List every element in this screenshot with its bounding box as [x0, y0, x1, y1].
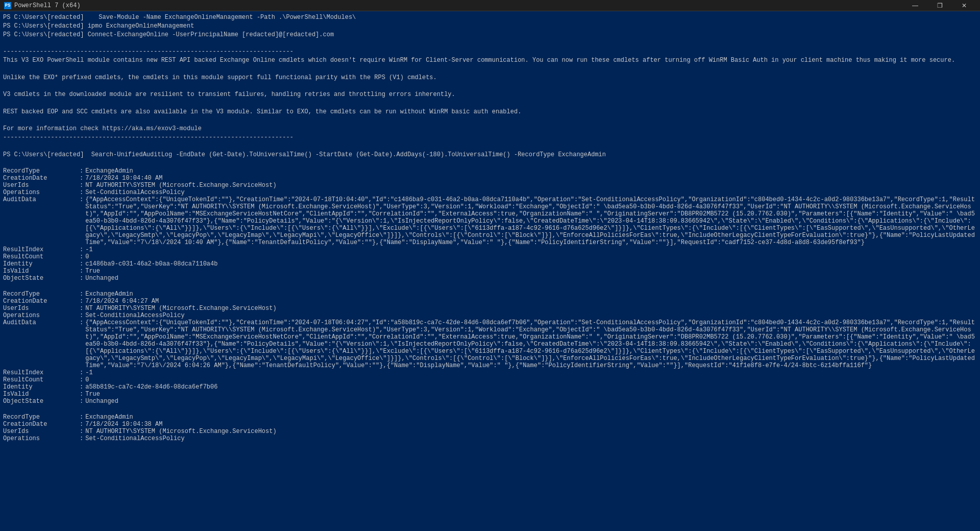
- field-key: ResultCount: [3, 253, 80, 260]
- empty-line: [3, 142, 977, 151]
- close-button[interactable]: ✕: [952, 0, 976, 11]
- field-value: c1486ba9-c031-46a2-b0aa-08dca7110a4b: [85, 260, 217, 268]
- field-value: Unchanged: [85, 398, 118, 405]
- field-key: CreationDate: [3, 421, 80, 428]
- field-key: UserIds: [3, 305, 80, 312]
- field-colon: :: [80, 260, 83, 268]
- field-value: {"AppAccessContext":{"UniqueTokenId":""}…: [85, 196, 977, 246]
- field-colon: :: [80, 376, 83, 383]
- info-line: V3 cmdlets in the downloaded module are …: [3, 90, 977, 99]
- field-value: 7/18/2024 10:04:40 AM: [85, 175, 162, 182]
- field-colon: :: [80, 421, 83, 428]
- field-value: 0: [85, 376, 89, 383]
- field-value: ExchangeAdmin: [85, 167, 133, 175]
- empty-line: [3, 99, 977, 108]
- field-row: Operations : Set-ConditionalAccessPolicy: [3, 189, 977, 196]
- field-value: a58b819c-ca7c-42de-84d6-08dca6ef7b06: [85, 383, 217, 391]
- field-colon: :: [80, 383, 83, 391]
- field-colon: :: [80, 298, 83, 305]
- field-colon: :: [80, 414, 83, 421]
- field-key: Operations: [3, 312, 80, 319]
- prompt-line: PS C:\Users\[redacted] Connect-ExchangeO…: [3, 31, 977, 39]
- empty-line: [3, 39, 977, 47]
- field-key: ResultCount: [3, 376, 80, 383]
- field-row: ObjectState : Unchanged: [3, 398, 977, 405]
- field-colon: :: [80, 253, 83, 260]
- field-row: Identity : a58b819c-ca7c-42de-84d6-08dca…: [3, 383, 977, 391]
- field-colon: :: [80, 435, 83, 442]
- field-key: RecordType: [3, 167, 80, 175]
- field-value: True: [85, 268, 100, 275]
- field-colon: :: [80, 291, 83, 298]
- field-key: RecordType: [3, 291, 80, 298]
- field-colon: :: [80, 196, 83, 246]
- separator-line: ----------------------------------------…: [3, 133, 977, 142]
- field-row: ResultCount : 0: [3, 376, 977, 383]
- field-key: Operations: [3, 435, 80, 442]
- field-key: Identity: [3, 260, 80, 268]
- field-value: ExchangeAdmin: [85, 414, 133, 421]
- minimize-button[interactable]: —: [903, 0, 927, 11]
- field-key: RecordType: [3, 414, 80, 421]
- field-row: RecordType : ExchangeAdmin: [3, 291, 977, 298]
- info-line: For more information check https://aka.m…: [3, 125, 977, 133]
- field-row: CreationDate : 7/18/2024 10:04:38 AM: [3, 421, 977, 428]
- field-colon: :: [80, 369, 83, 376]
- field-row: ObjectState : Unchanged: [3, 275, 977, 282]
- field-row: AuditData : {"AppAccessContext":{"Unique…: [3, 196, 977, 246]
- field-key: ResultIndex: [3, 246, 80, 253]
- title-bar: PS PowerShell 7 (x64) — ❐ ✕: [0, 0, 980, 11]
- powershell-icon: PS: [4, 2, 11, 9]
- empty-line: [3, 65, 977, 74]
- field-key: ResultIndex: [3, 369, 80, 376]
- field-colon: :: [80, 246, 83, 253]
- field-row: Identity : c1486ba9-c031-46a2-b0aa-08dca…: [3, 260, 977, 268]
- field-value: {"AppAccessContext":{"UniqueTokenId":""}…: [85, 319, 977, 369]
- field-row: ResultIndex : -1: [3, 246, 977, 253]
- field-colon: :: [80, 189, 83, 196]
- field-key: UserIds: [3, 182, 80, 189]
- field-key: Identity: [3, 383, 80, 391]
- title-bar-left: PS PowerShell 7 (x64): [4, 2, 81, 9]
- info-line: REST backed EOP and SCC cmdlets are also…: [3, 108, 977, 116]
- info-line: Unlike the EXO* prefixed cmdlets, the cm…: [3, 74, 977, 82]
- field-colon: :: [80, 167, 83, 175]
- info-line: This V3 EXO PowerShell module contains n…: [3, 56, 977, 65]
- separator-line: ----------------------------------------…: [3, 47, 977, 56]
- field-colon: :: [80, 312, 83, 319]
- field-value: Set-ConditionalAccessPolicy: [85, 189, 184, 196]
- field-row: ResultCount : 0: [3, 253, 977, 260]
- field-key: UserIds: [3, 428, 80, 435]
- terminal[interactable]: PS C:\Users\[redacted] Save-Module -Name…: [0, 11, 980, 531]
- prompt-line: PS C:\Users\[redacted] ipmo ExchangeOnli…: [3, 22, 977, 31]
- field-key: Operations: [3, 189, 80, 196]
- field-key: IsValid: [3, 268, 80, 275]
- empty-line: [3, 159, 977, 168]
- field-key: CreationDate: [3, 175, 80, 182]
- field-key: ObjectState: [3, 275, 80, 282]
- field-value: NT AUTHORITY\SYSTEM (Microsoft.Exchange.…: [85, 182, 276, 189]
- field-value: ExchangeAdmin: [85, 291, 133, 298]
- field-row: CreationDate : 7/18/2024 10:04:40 AM: [3, 175, 977, 182]
- field-colon: :: [80, 305, 83, 312]
- title-bar-controls[interactable]: — ❐ ✕: [903, 0, 976, 11]
- window-title: PowerShell 7 (x64): [14, 2, 81, 9]
- field-colon: :: [80, 398, 83, 405]
- prompt-line: PS C:\Users\[redacted] Search-UnifiedAud…: [3, 151, 977, 159]
- field-key: ObjectState: [3, 398, 80, 405]
- field-value: NT AUTHORITY\SYSTEM (Microsoft.Exchange.…: [85, 305, 276, 312]
- field-row: Operations : Set-ConditionalAccessPolicy: [3, 435, 977, 442]
- field-colon: :: [80, 391, 83, 398]
- field-value: -1: [85, 369, 92, 376]
- field-key: AuditData: [3, 319, 80, 369]
- field-colon: :: [80, 175, 83, 182]
- field-value: Set-ConditionalAccessPolicy: [85, 435, 184, 442]
- field-value: Set-ConditionalAccessPolicy: [85, 312, 184, 319]
- field-value: Unchanged: [85, 275, 118, 282]
- field-key: AuditData: [3, 196, 80, 246]
- field-row: Operations : Set-ConditionalAccessPolicy: [3, 312, 977, 319]
- field-row: RecordType : ExchangeAdmin: [3, 167, 977, 175]
- prompt-line: PS C:\Users\[redacted] Save-Module -Name…: [3, 13, 977, 22]
- maximize-button[interactable]: ❐: [928, 0, 951, 11]
- field-key: IsValid: [3, 391, 80, 398]
